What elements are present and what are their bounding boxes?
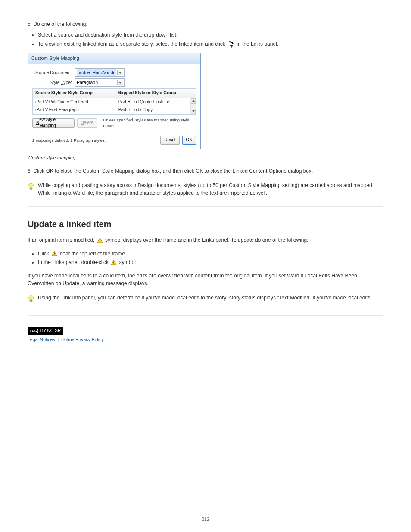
source-document-value: profile_HandV.indd [77,69,116,76]
mapping-table: Source Style or Style Group Mapped Style… [32,88,196,115]
col-header-source: Source Style or Style Group [33,89,115,98]
tip-lightbulb-icon [28,182,34,193]
cell-mapped: iPad H:Pull Quote Flush Left [115,98,196,106]
bullet-2: To view an existing linked item as a sep… [38,40,383,48]
step-intro: 5. Do one of the following: [28,21,383,28]
chevron-down-icon[interactable] [117,80,123,85]
warning-icon [97,237,103,243]
legal-links: Legal Notices | Online Privacy Policy [28,336,383,343]
update-bullet-2: In the Links panel, double-click symbol [38,259,383,266]
dialog-titlebar: Custom Style Mapping [28,53,200,64]
update-linked-item-heading: Update a linked item [28,218,383,230]
ok-button[interactable]: OK [182,136,196,145]
legal-notices-link[interactable]: Legal Notices [28,337,55,342]
bullet-2-pre: To view an existing linked item as a sep… [38,41,225,47]
mapping-status: 2 mappings defined: 2 Paragraph styles. [32,137,106,143]
scroll-down-icon[interactable] [191,109,196,114]
source-document-select[interactable]: profile_HandV.indd [75,68,125,77]
bullet-2-tail: in the Links panel. [237,41,278,47]
style-type-select[interactable]: Paragraph [75,78,125,87]
table-row[interactable]: iPad V:Pull Quote Centered iPad H:Pull Q… [33,98,196,106]
cell-source: iPad V:Pull Quote Centered [33,98,115,106]
tip-2-text: Using the Link Info panel, you can deter… [38,294,372,302]
step-6-text: 6. Click OK to close the Custom Style Ma… [28,168,383,175]
cell-mapped: iPad H:Body Copy [115,106,196,114]
chevron-down-icon[interactable] [117,70,123,75]
col-header-mapped: Mapped Style or Style Group [115,89,196,98]
style-type-label: Style Type: [32,79,75,86]
svg-point-11 [29,296,33,300]
new-style-mapping-button[interactable]: New Style Mapping [32,118,75,128]
svg-point-3 [29,183,33,187]
style-type-value: Paragraph [77,79,98,86]
update-intro-text: If an original item is modified, symbol … [28,236,383,244]
svg-point-8 [54,255,55,256]
cc-license-badge: (cc)BY-NC-SR [28,327,383,335]
source-document-label: Source Document: [32,69,75,76]
section-divider [28,206,383,207]
update-bullet-1: Click near the top-left of the frame [38,250,383,258]
reset-button[interactable]: Reset [160,136,179,145]
page-number: 212 [0,516,411,523]
tip-lightbulb-icon [28,295,34,305]
tip-1-text: While copying and pasting a story across… [38,182,383,197]
warning-icon [51,251,57,257]
mapping-hint: Unless specified, styles are mapped usin… [103,117,196,129]
delete-button: Delete [77,118,97,128]
svg-point-0 [232,43,234,44]
svg-point-6 [100,241,100,242]
scrollbar[interactable] [190,98,196,114]
dialog-caption: Custom style mapping [28,155,383,162]
privacy-policy-link[interactable]: Online Privacy Policy [61,337,104,342]
link-story-icon [227,41,234,48]
scroll-up-icon[interactable] [191,98,196,104]
cell-source: iPad V:First Paragraph [33,106,115,114]
section-divider [28,315,383,316]
warning-icon [111,260,117,266]
table-row[interactable]: iPad V:First Paragraph iPad H:Body Copy [33,106,196,114]
custom-style-mapping-dialog: Custom Style Mapping Source Document: pr… [28,53,201,149]
bullet-1: Select a source and destination style fr… [38,31,383,39]
svg-point-10 [114,264,115,264]
update-warning-text: If you have made local edits to a child … [28,272,383,287]
